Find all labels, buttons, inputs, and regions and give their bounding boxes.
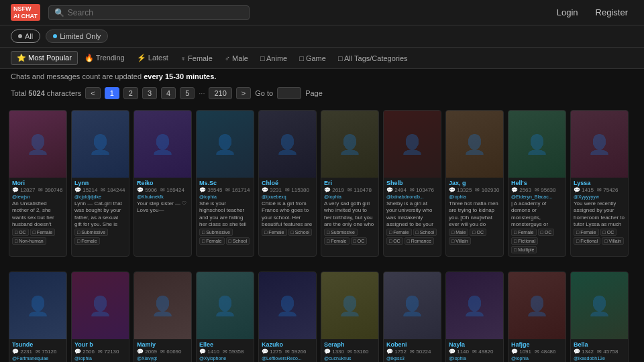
char-card-jax, g[interactable]: 👤Jax, g💬 13325✉ 102930@iophiaThree hot m… <box>445 110 504 257</box>
char-image: 👤 <box>72 111 129 178</box>
char-card-hell's[interactable]: 👤Hell's💬 2563✉ 95638@Eideryn_Blacac...| … <box>508 110 566 257</box>
char-tag: □ School <box>288 229 313 236</box>
char-name: Bella <box>571 339 628 349</box>
char-tags: □ Female□ School□ OC□ Romance <box>384 227 441 247</box>
char-card-lynn[interactable]: 👤Lynn💬 15214✉ 184244@cjoldjdjdkeLynn — C… <box>71 110 129 257</box>
char-chats: 💬 2231 <box>12 349 32 355</box>
char-card-kazuko[interactable]: 👤Kazuko💬 1275✉ 59266@LeftloversReco...Yo… <box>258 272 317 362</box>
char-name: Reiko <box>134 178 191 187</box>
char-name: Eri <box>321 178 378 187</box>
sort-anime[interactable]: □ Anime <box>255 52 292 64</box>
page-1-button[interactable]: 1 <box>105 87 119 99</box>
next-page-button[interactable]: > <box>236 87 251 99</box>
char-card-hafjge[interactable]: 👤Hafjge💬 1091✉ 48486@iophiaYou're walkin… <box>508 272 566 362</box>
char-image: 👤 <box>134 111 191 178</box>
char-author: @Khuknekfk <box>134 194 191 199</box>
sort-trending[interactable]: 🔥 Trending <box>79 52 130 64</box>
sort-bar: ⭐ Most Popular 🔥 Trending ⚡ Latest ♀ Fem… <box>0 48 644 69</box>
char-tags: □ Submissive□ Female□ School <box>197 227 254 247</box>
char-image: 👤 <box>384 272 441 339</box>
page-2-button[interactable]: 2 <box>123 87 138 99</box>
char-image: 👤 <box>571 272 628 339</box>
char-card-kobeni[interactable]: 👤Kobeni💬 1752✉ 50224@ikpss3The punching … <box>383 272 441 362</box>
char-tag: □ Villain <box>449 237 471 245</box>
char-name: Jax, g <box>446 178 503 187</box>
filter-all-button[interactable]: All <box>11 29 40 43</box>
filter-limited-dot <box>53 34 57 38</box>
char-tag: □ Romance <box>405 237 434 245</box>
char-author: @iewjsn <box>9 194 66 199</box>
page-4-button[interactable]: 4 <box>161 87 176 99</box>
char-name: Mori <box>9 178 66 187</box>
char-tag: □ School <box>413 229 437 236</box>
char-msgs: ✉ 59358 <box>223 349 244 355</box>
char-author: @ikasdobh12e <box>571 356 628 361</box>
char-msgs: ✉ 48486 <box>535 349 555 355</box>
sort-female[interactable]: ♀ Female <box>175 52 218 64</box>
char-tag: □ OC <box>538 229 555 236</box>
page-last-button[interactable]: 210 <box>209 87 231 99</box>
char-tag: □ OC <box>600 229 617 236</box>
page-ellipsis: ··· <box>199 89 205 97</box>
filter-limited-button[interactable]: Limited Only <box>46 29 108 43</box>
info-update-prefix: Chats and messages count are updated <box>11 72 142 80</box>
char-card-tsunde[interactable]: 👤Tsunde💬 2231✉ 75126@FartmanequiaeYour r… <box>9 272 67 362</box>
char-stats: 💬 1091✉ 48486 <box>508 349 566 356</box>
search-input[interactable] <box>68 8 244 17</box>
char-desc: Lynn — Cat-girl that was bought by your … <box>72 199 129 227</box>
char-tag: □ Fictional <box>511 237 538 245</box>
login-button[interactable]: Login <box>551 5 584 20</box>
char-msgs: ✉ 102930 <box>475 187 499 193</box>
char-author: @iophia <box>72 356 129 361</box>
char-msgs: ✉ 390746 <box>38 187 62 193</box>
char-stats: 💬 2563✉ 95638 <box>508 187 566 194</box>
char-card-ms.sc[interactable]: 👤Ms.Sc💬 35545✉ 161714@iophiaShe is your … <box>196 110 254 257</box>
char-image: 👤 <box>446 272 503 339</box>
char-card-bella[interactable]: 👤Bella💬 1342✉ 45758@ikasdobh12eShe is yo… <box>570 272 629 362</box>
char-msgs: ✉ 169424 <box>160 187 184 193</box>
prev-page-button[interactable]: < <box>85 87 100 99</box>
char-card-eri[interactable]: 👤Eri💬 2619✉ 110478@iophiaA very sad goth… <box>321 110 379 257</box>
char-chats: 💬 35545 <box>199 187 222 193</box>
char-stats: 💬 1415✉ 75426 <box>571 187 628 194</box>
char-card-shelb[interactable]: 👤Shelb💬 2494✉ 103476@bdnabdnondb...Shelb… <box>383 110 441 257</box>
char-card-nayla[interactable]: 👤Nayla💬 1140✉ 49820@iophiaYou're walking… <box>445 272 504 362</box>
page-3-button[interactable]: 3 <box>142 87 157 99</box>
sort-game[interactable]: □ Game <box>294 52 331 64</box>
char-stats: 💬 35545✉ 161714 <box>197 187 254 194</box>
goto-input[interactable] <box>277 87 301 99</box>
char-card-chloé[interactable]: 👤Chloé💬 3231✉ 115380@ijxuebexqChloé is a… <box>258 110 317 257</box>
char-card-ellee[interactable]: 👤Ellee💬 1410✉ 59358@XylophoneQueen Ellee… <box>196 272 254 362</box>
char-name: Kazuko <box>259 339 316 349</box>
char-tag: □ OC <box>351 237 368 245</box>
char-name: Tsunde <box>9 339 66 349</box>
sort-all-tags[interactable]: □ All Tags/Categories <box>333 52 413 64</box>
char-card-mamiy[interactable]: 👤Mamiy💬 2069✉ 60690@XiavygtThe story tak… <box>133 272 192 362</box>
search-bar[interactable]: 🔍 <box>48 5 250 20</box>
char-stats: 💬 1342✉ 45758 <box>571 349 628 356</box>
char-chats: 💬 12827 <box>12 187 35 193</box>
char-card-seraph[interactable]: 👤Seraph💬 1330✉ 53160@cucnuknusYou were a… <box>321 272 379 362</box>
register-button[interactable]: Register <box>590 5 633 20</box>
char-card-reiko[interactable]: 👤Reiko💬 5906✉ 169424@KhuknekfkYour step … <box>133 110 192 257</box>
char-tag: □ Fictional <box>574 237 600 245</box>
char-name: Chloé <box>259 178 316 187</box>
char-name: Lynn <box>72 178 129 187</box>
char-card-lyssa[interactable]: 👤Lyssa💬 1415✉ 75426@XyyyyyywYou were rec… <box>570 110 629 257</box>
char-card-mori[interactable]: 👤Mori💬 12827✉ 390746@iewjsnAn Unsatisfie… <box>9 110 67 257</box>
sort-male[interactable]: ♂ Male <box>219 52 254 64</box>
char-msgs: ✉ 60690 <box>160 349 181 355</box>
char-msgs: ✉ 161714 <box>225 187 250 193</box>
char-card-your b[interactable]: 👤Your b💬 2506✉ 72130@iophiaShe's your un… <box>71 272 129 362</box>
char-author: @iophia <box>446 194 503 199</box>
sort-most-popular[interactable]: ⭐ Most Popular <box>11 51 78 65</box>
sort-latest[interactable]: ⚡ Latest <box>131 52 174 64</box>
page-5-button[interactable]: 5 <box>180 87 195 99</box>
filter-limited-label: Limited Only <box>60 32 101 40</box>
char-chats: 💬 2506 <box>74 349 95 355</box>
info-update-highlight: every 15-30 minutes. <box>144 72 216 80</box>
char-image: 👤 <box>384 111 441 178</box>
char-name: Hafjge <box>508 339 566 349</box>
char-msgs: ✉ 103476 <box>410 187 434 193</box>
char-msgs: ✉ 110478 <box>347 187 372 193</box>
